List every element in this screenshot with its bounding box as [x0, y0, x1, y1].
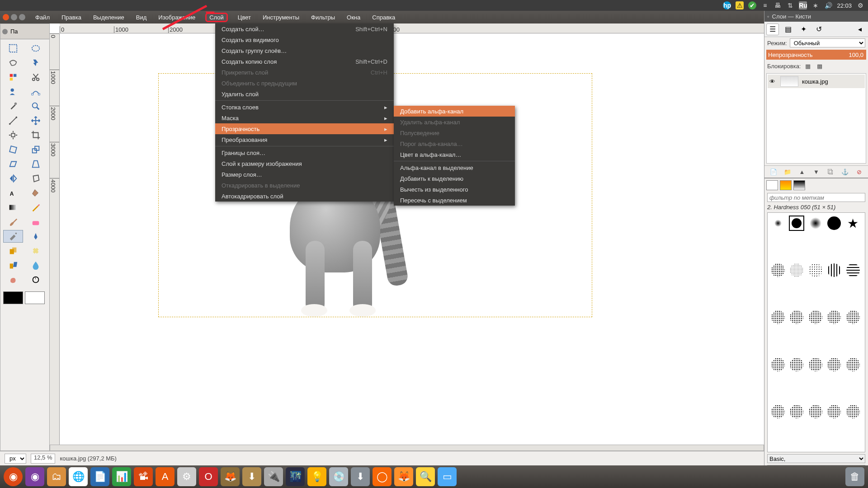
dd-item[interactable]: Маска▸: [215, 113, 394, 123]
scale-tool[interactable]: [26, 143, 46, 156]
magnify-icon[interactable]: 🔍: [416, 467, 435, 486]
airbrush-tool[interactable]: [3, 230, 23, 243]
impress-icon[interactable]: 📽: [134, 467, 153, 486]
perspective-clone-tool[interactable]: [3, 259, 23, 272]
dd-item[interactable]: Создать слой…Shift+Ctrl+N: [215, 23, 394, 34]
gimp-icon[interactable]: 🦊: [221, 467, 240, 486]
dd-item[interactable]: Создать из видимого: [215, 34, 394, 45]
cage-tool[interactable]: [26, 172, 46, 185]
opacity-slider[interactable]: Непрозрачность 100,0: [766, 50, 866, 60]
menu-filters[interactable]: Фильтры: [309, 13, 337, 22]
text-tool[interactable]: A: [3, 187, 23, 199]
keyboard-layout[interactable]: Ru: [799, 1, 807, 9]
patterns-tab[interactable]: [780, 180, 792, 190]
menu-help[interactable]: Справка: [370, 13, 397, 22]
lasso-tool[interactable]: [3, 56, 23, 69]
paintbrush-tool[interactable]: [3, 216, 23, 228]
files-icon[interactable]: 🗂: [47, 467, 66, 486]
horizontal-scrollbar[interactable]: [50, 445, 764, 451]
dd-item[interactable]: Границы слоя…: [215, 147, 394, 158]
menu-file[interactable]: Файл: [33, 13, 52, 22]
dd-item[interactable]: Прозрачность▸: [215, 123, 394, 134]
brush-preset-select[interactable]: Basic,: [767, 454, 865, 463]
visibility-icon[interactable]: 👁: [769, 78, 777, 85]
new-layer-button[interactable]: 📄: [769, 168, 778, 176]
zoom-field[interactable]: 12,5 %: [31, 454, 55, 464]
blur-tool[interactable]: [26, 259, 46, 272]
scissors-tool[interactable]: [26, 71, 46, 84]
eraser-tool[interactable]: [26, 216, 46, 228]
heal-tool[interactable]: [26, 244, 46, 257]
align-tool[interactable]: [3, 129, 23, 141]
layers-tab[interactable]: ☰: [766, 23, 779, 35]
bg-color[interactable]: [25, 291, 45, 304]
menu-tools[interactable]: Инструменты: [261, 13, 301, 22]
gradients-tab[interactable]: [793, 180, 805, 190]
paths-tool[interactable]: [26, 85, 46, 98]
mode-select[interactable]: Обычный: [790, 38, 865, 47]
undo-tab[interactable]: ↺: [812, 23, 825, 35]
submenu-item[interactable]: Пересечь с выделением: [394, 195, 515, 206]
foreground-select-tool[interactable]: [3, 85, 23, 98]
clone-tool[interactable]: [3, 244, 23, 257]
menu-edit[interactable]: Правка: [60, 13, 83, 22]
duplicate-layer-button[interactable]: ⿻: [826, 168, 835, 176]
dd-item[interactable]: Стопка слоев▸: [215, 102, 394, 113]
menu-layer[interactable]: Слой: [205, 13, 228, 22]
stellarium-icon[interactable]: 🌃: [286, 467, 305, 486]
ink-tool[interactable]: [26, 230, 46, 243]
lock-pixels-icon[interactable]: ▦: [803, 62, 812, 70]
maximize-button[interactable]: [19, 14, 25, 20]
lock-alpha-icon[interactable]: ▩: [815, 62, 824, 70]
fg-color[interactable]: [3, 291, 23, 304]
dd-item[interactable]: Создать группу слоёв…: [215, 45, 394, 56]
chrome-icon[interactable]: 🌐: [69, 467, 88, 486]
crop-tool[interactable]: [26, 129, 46, 141]
rotate-tool[interactable]: [3, 143, 23, 156]
tab-menu-icon[interactable]: ◂: [854, 23, 866, 35]
blender-icon[interactable]: ◯: [373, 467, 392, 486]
submenu-item[interactable]: Вычесть из выделенного: [394, 184, 515, 195]
network-icon[interactable]: ⇅: [786, 1, 794, 9]
dd-item[interactable]: Удалить слой: [215, 89, 394, 99]
close-button[interactable]: [3, 14, 9, 20]
power-icon[interactable]: ⚙: [856, 1, 864, 9]
blend-tool[interactable]: [3, 201, 23, 214]
menu-view[interactable]: Вид: [134, 13, 149, 22]
settings-icon[interactable]: ⚙: [177, 467, 196, 486]
app-icon-1[interactable]: ◉: [25, 467, 44, 486]
menu-windows[interactable]: Окна: [345, 13, 362, 22]
print-icon[interactable]: 🖶: [774, 1, 782, 9]
idea-icon[interactable]: 💡: [307, 467, 326, 486]
ellipse-select-tool[interactable]: [26, 42, 46, 55]
color-swatches[interactable]: [0, 289, 49, 307]
dock-close-icon[interactable]: ◦: [767, 13, 769, 20]
menu-select[interactable]: Выделение: [91, 13, 126, 22]
lower-layer-button[interactable]: ▼: [811, 168, 821, 176]
zoom-tool[interactable]: [26, 100, 46, 113]
trash-icon[interactable]: 🗑: [845, 467, 864, 486]
shear-tool[interactable]: [3, 158, 23, 170]
dash-icon[interactable]: ◉: [4, 467, 23, 486]
anchor-layer-button[interactable]: ⚓: [840, 168, 849, 176]
writer-icon[interactable]: 📄: [90, 467, 109, 486]
volume-icon[interactable]: 🔊: [824, 1, 832, 9]
menu-color[interactable]: Цвет: [236, 13, 253, 22]
dd-item[interactable]: Автокадрировать слой: [215, 191, 394, 202]
toolbox-tab-dot[interactable]: [2, 29, 8, 34]
brushes-tab[interactable]: [766, 180, 778, 190]
paths-tab[interactable]: ✦: [797, 23, 810, 35]
software-icon[interactable]: A: [156, 467, 175, 486]
install-icon[interactable]: ⬇: [351, 467, 370, 486]
dd-item[interactable]: Создать копию слояShift+Ctrl+D: [215, 56, 394, 67]
download-icon[interactable]: ⬇: [242, 467, 261, 486]
firefox-icon[interactable]: 🦊: [394, 467, 413, 486]
disc-icon[interactable]: 💿: [329, 467, 348, 486]
perspective-tool[interactable]: [26, 158, 46, 170]
fuzzy-select-tool[interactable]: [26, 56, 46, 69]
calc-icon[interactable]: 📊: [112, 467, 131, 486]
color-select-tool[interactable]: [3, 71, 23, 84]
dd-item[interactable]: Размер слоя…: [215, 169, 394, 180]
bluetooth-icon[interactable]: ∗: [811, 1, 820, 9]
pencil-tool[interactable]: [26, 201, 46, 214]
